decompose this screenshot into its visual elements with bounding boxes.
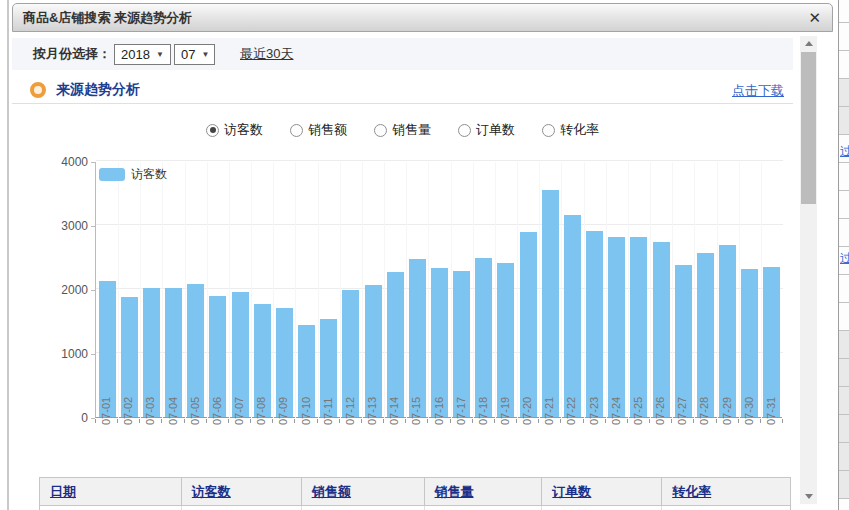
dialog-titlebar[interactable]: 商品&店铺搜索 来源趋势分析 ✕	[12, 3, 833, 32]
legend-swatch	[99, 168, 125, 181]
table-header-row: 日期访客数销售额销售量订单数转化率	[40, 478, 790, 505]
table-header-cell[interactable]: 销售量	[425, 478, 543, 505]
radio-icon	[458, 124, 471, 137]
year-select-value: 2018	[121, 47, 150, 62]
triangle-down-icon	[805, 494, 813, 499]
scroll-down-button[interactable]	[800, 489, 817, 504]
bar-07-31[interactable]	[763, 267, 780, 417]
background-page-edge	[7, 0, 9, 510]
table-header-cell[interactable]: 转化率	[662, 478, 790, 505]
metric-radio-sales-amount[interactable]: 销售额	[290, 121, 347, 139]
bar-07-15[interactable]	[409, 259, 426, 417]
bar-07-29[interactable]	[719, 245, 736, 417]
month-select-value: 07	[181, 47, 195, 62]
table-cell	[182, 506, 302, 510]
table-header-cell[interactable]: 订单数	[542, 478, 662, 505]
table-header-cell[interactable]: 销售额	[302, 478, 425, 505]
table-row	[40, 505, 790, 510]
table-cell	[425, 506, 543, 510]
radio-icon	[206, 124, 219, 137]
chart-plot	[95, 162, 782, 418]
bar-07-27[interactable]	[675, 265, 692, 417]
bar-07-18[interactable]	[475, 258, 492, 417]
detail-table: 日期访客数销售额销售量订单数转化率	[39, 477, 791, 510]
metric-radio-sales-volume[interactable]: 销售量	[374, 121, 431, 139]
legend-label: 访客数	[131, 166, 167, 183]
bar-07-23[interactable]	[586, 231, 603, 417]
trend-bar-chart: 访客数 0100020003000400007-0107-0207-0307-0…	[30, 153, 800, 473]
chevron-down-icon: ▼	[156, 50, 164, 59]
month-select-label: 按月份选择：	[33, 45, 111, 63]
table-cell	[542, 506, 662, 510]
metric-radio-orders[interactable]: 订单数	[458, 121, 515, 139]
bar-07-28[interactable]	[697, 253, 714, 417]
metric-radio-conversion[interactable]: 转化率	[542, 121, 599, 139]
background-peek-link[interactable]: 过	[840, 250, 849, 267]
background-table-peek: 过 过	[838, 0, 849, 510]
trend-analysis-dialog: 商品&店铺搜索 来源趋势分析 ✕ 按月份选择： 2018 ▼ 07 ▼ 最近30…	[10, 0, 838, 510]
section-header: 来源趋势分析 点击下载	[12, 78, 793, 104]
section-title: 来源趋势分析	[56, 81, 140, 99]
y-axis-label: 0	[30, 411, 88, 425]
page: 过 过 商品&店铺搜索 来源趋势分析 ✕ 按月份选择： 2018 ▼ 07 ▼ …	[0, 0, 849, 510]
year-select[interactable]: 2018 ▼	[114, 44, 171, 65]
bar-07-19[interactable]	[497, 263, 514, 417]
y-axis-label: 2000	[30, 283, 88, 297]
download-link[interactable]: 点击下载	[732, 82, 784, 100]
chart-legend[interactable]: 访客数	[99, 166, 167, 183]
background-peek-link[interactable]: 过	[840, 143, 849, 160]
bar-07-20[interactable]	[520, 232, 537, 417]
bar-07-21[interactable]	[542, 190, 559, 417]
chevron-down-icon: ▼	[201, 50, 209, 59]
bullet-ring-icon	[30, 82, 46, 98]
bar-07-22[interactable]	[564, 215, 581, 417]
table-cell	[40, 506, 182, 510]
bar-07-24[interactable]	[608, 237, 625, 417]
bar-07-17[interactable]	[453, 271, 470, 417]
table-cell	[662, 506, 790, 510]
radio-icon	[290, 124, 303, 137]
scrollbar-thumb[interactable]	[801, 52, 816, 204]
y-axis-label: 1000	[30, 347, 88, 361]
dialog-scrollbar[interactable]	[800, 36, 817, 504]
close-icon[interactable]: ✕	[808, 9, 821, 27]
bar-07-16[interactable]	[431, 268, 448, 417]
bar-07-26[interactable]	[653, 242, 670, 417]
y-axis-label: 4000	[30, 155, 88, 169]
table-header-cell[interactable]: 日期	[40, 478, 182, 505]
metric-radio-visitors[interactable]: 访客数	[206, 121, 263, 139]
dialog-title: 商品&店铺搜索 来源趋势分析	[23, 9, 192, 27]
table-header-cell[interactable]: 访客数	[182, 478, 302, 505]
table-cell	[302, 506, 425, 510]
recent-30-days-link[interactable]: 最近30天	[240, 45, 293, 63]
bar-07-25[interactable]	[630, 237, 647, 417]
scroll-up-button[interactable]	[800, 36, 817, 51]
month-select[interactable]: 07 ▼	[174, 44, 215, 65]
bar-07-30[interactable]	[741, 269, 758, 417]
bar-07-14[interactable]	[387, 272, 404, 417]
month-filter-toolbar: 按月份选择： 2018 ▼ 07 ▼ 最近30天	[12, 38, 793, 70]
radio-icon	[542, 124, 555, 137]
y-axis-label: 3000	[30, 219, 88, 233]
metric-radio-group: 访客数 销售额 销售量 订单数 转化率	[12, 119, 793, 141]
triangle-up-icon	[805, 41, 813, 46]
radio-icon	[374, 124, 387, 137]
